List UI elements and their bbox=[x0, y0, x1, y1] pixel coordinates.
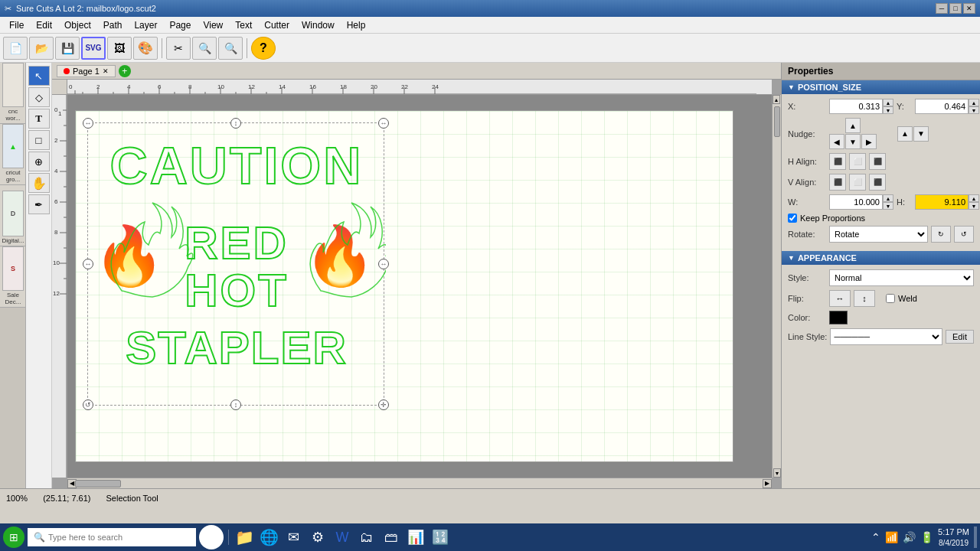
vscroll-down-btn[interactable]: ▼ bbox=[773, 468, 781, 478]
menu-view[interactable]: View bbox=[197, 18, 229, 32]
taskbar-settings[interactable]: ⚙ bbox=[307, 527, 328, 548]
flip-v-button[interactable]: ↕ bbox=[854, 290, 875, 307]
clock[interactable]: 5:17 PM 8/4/2019 bbox=[938, 527, 969, 547]
shape-tool[interactable]: □ bbox=[28, 130, 50, 150]
select-tool[interactable]: ↖ bbox=[28, 66, 50, 86]
minimize-button[interactable]: ─ bbox=[936, 3, 948, 14]
handle-tr[interactable]: ↔ bbox=[378, 118, 389, 129]
trace-button[interactable]: 🎨 bbox=[133, 37, 158, 60]
w-spin-up[interactable]: ▲ bbox=[883, 194, 893, 202]
nudge-down-2[interactable]: ▼ bbox=[913, 126, 929, 142]
nudge-right[interactable]: ▶ bbox=[861, 134, 877, 149]
cut-button[interactable]: ✂ bbox=[166, 37, 191, 60]
menu-text[interactable]: Text bbox=[229, 18, 258, 32]
h-align-left[interactable]: ⬛ bbox=[829, 153, 846, 170]
appearance-header[interactable]: ▼ APPEARANCE bbox=[782, 251, 980, 265]
y-spin-down[interactable]: ▼ bbox=[969, 106, 979, 114]
rotate-ccw[interactable]: ↺ bbox=[954, 226, 974, 243]
taskbar-file-explorer[interactable]: 📁 bbox=[234, 527, 255, 548]
h-align-center[interactable]: ⬜ bbox=[849, 153, 866, 170]
rotate-select[interactable]: Rotate bbox=[829, 226, 928, 243]
sidebar-thumb-digital[interactable]: D Digital... bbox=[0, 185, 26, 246]
h-spin-down[interactable]: ▼ bbox=[969, 202, 979, 210]
vertical-scrollbar[interactable]: ▲ ▼ bbox=[772, 95, 781, 478]
x-spin-up[interactable]: ▲ bbox=[883, 99, 893, 106]
pan-tool[interactable]: ✋ bbox=[28, 173, 50, 193]
v-align-bottom[interactable]: ⬛ bbox=[869, 174, 886, 191]
node-tool[interactable]: ◇ bbox=[28, 87, 50, 107]
rotate-cw[interactable]: ↻ bbox=[931, 226, 951, 243]
nudge-down[interactable]: ▼ bbox=[845, 134, 861, 149]
new-button[interactable]: 📄 bbox=[3, 37, 28, 60]
position-size-header[interactable]: ▼ POSITION_SIZE bbox=[782, 80, 980, 94]
w-spin-down[interactable]: ▼ bbox=[883, 202, 893, 210]
handle-bl[interactable]: ↺ bbox=[83, 399, 93, 410]
preview-button[interactable]: 🔍 bbox=[192, 37, 217, 60]
menu-help[interactable]: Help bbox=[341, 18, 372, 32]
edit-line-style-button[interactable]: Edit bbox=[946, 330, 974, 344]
keep-proportions-checkbox[interactable] bbox=[788, 214, 797, 223]
hscroll-right-btn[interactable]: ▶ bbox=[763, 479, 772, 488]
nudge-left[interactable]: ◀ bbox=[829, 134, 844, 149]
nudge-up[interactable]: ▲ bbox=[845, 118, 861, 133]
menu-window[interactable]: Window bbox=[296, 18, 341, 32]
line-style-select[interactable]: ────── bbox=[830, 328, 942, 345]
hscroll-thumb[interactable] bbox=[75, 480, 121, 487]
search-bar[interactable]: 🔍 bbox=[28, 528, 196, 546]
style-select[interactable]: Normal Thin Thick bbox=[829, 269, 974, 286]
handle-bm[interactable]: ↕ bbox=[230, 399, 241, 410]
page-tab-close[interactable]: ✕ bbox=[103, 67, 109, 75]
help-button[interactable]: ? bbox=[251, 37, 276, 60]
weld-checkbox[interactable] bbox=[886, 294, 895, 303]
sidebar-thumb-cricut[interactable]: ▲ cricut gro... bbox=[0, 124, 26, 185]
sidebar-thumb-cnc[interactable]: cnc wor... bbox=[0, 63, 26, 124]
svg-button[interactable]: SVG bbox=[81, 37, 106, 60]
menu-cutter[interactable]: Cutter bbox=[258, 18, 296, 32]
start-button[interactable]: ⊞ bbox=[3, 527, 24, 548]
handle-ml[interactable]: ↔ bbox=[83, 259, 93, 269]
menu-path[interactable]: Path bbox=[97, 18, 129, 32]
canvas-scroll[interactable]: ↔ ↕ ↔ ↔ ↔ ↺ ↕ ✛ CAUTION bbox=[67, 95, 772, 478]
text-tool[interactable]: T bbox=[28, 109, 50, 129]
handle-tl[interactable]: ↔ bbox=[83, 118, 93, 129]
add-page-button[interactable]: + bbox=[119, 65, 131, 77]
taskbar-mail[interactable]: ✉ bbox=[283, 527, 304, 548]
h-align-right[interactable]: ⬛ bbox=[869, 153, 886, 170]
nudge-up-2[interactable]: ▲ bbox=[897, 126, 913, 142]
taskbar-word[interactable]: W bbox=[332, 527, 353, 548]
menu-layer[interactable]: Layer bbox=[128, 18, 163, 32]
y-input[interactable] bbox=[915, 99, 969, 114]
taskbar-app1[interactable]: 🗂 bbox=[356, 527, 377, 548]
zoom-tool[interactable]: ⊕ bbox=[28, 152, 50, 171]
handle-tm[interactable]: ↕ bbox=[230, 118, 241, 129]
horizontal-scrollbar[interactable]: ◀ ▶ bbox=[67, 478, 772, 488]
handle-mr[interactable]: ↔ bbox=[378, 259, 389, 269]
taskbar-chrome[interactable]: 🌐 bbox=[258, 527, 279, 548]
sys-tray-battery[interactable]: 🔋 bbox=[920, 531, 933, 543]
maximize-button[interactable]: □ bbox=[949, 3, 962, 14]
draw-tool[interactable]: ✒ bbox=[28, 194, 50, 214]
vscroll-up-btn[interactable]: ▲ bbox=[773, 95, 780, 104]
menu-edit[interactable]: Edit bbox=[30, 18, 58, 32]
menu-file[interactable]: File bbox=[3, 18, 30, 32]
v-align-top[interactable]: ⬛ bbox=[829, 174, 846, 191]
handle-br[interactable]: ✛ bbox=[378, 399, 389, 410]
titlebar-controls[interactable]: ─ □ ✕ bbox=[936, 3, 975, 14]
menu-page[interactable]: Page bbox=[163, 18, 197, 32]
canvas-container[interactable]: Page 1 ✕ + 0 2 4 6 bbox=[52, 63, 781, 488]
y-spin-up[interactable]: ▲ bbox=[969, 99, 979, 106]
taskbar-app4[interactable]: 🔢 bbox=[430, 527, 451, 548]
taskbar-app3[interactable]: 📊 bbox=[405, 527, 426, 548]
color-swatch[interactable] bbox=[829, 311, 848, 324]
sidebar-thumb-sale[interactable]: S Sale Dec... bbox=[0, 246, 26, 308]
v-align-middle[interactable]: ⬜ bbox=[849, 174, 866, 191]
close-button[interactable]: ✕ bbox=[963, 3, 975, 14]
show-desktop-button[interactable] bbox=[974, 527, 977, 548]
vscroll-thumb[interactable] bbox=[774, 106, 780, 137]
w-input[interactable] bbox=[829, 194, 883, 210]
search-input[interactable] bbox=[48, 533, 171, 542]
h-input[interactable] bbox=[915, 194, 969, 210]
menu-object[interactable]: Object bbox=[58, 18, 97, 32]
sys-tray-up-arrow[interactable]: ⌃ bbox=[871, 531, 880, 543]
sys-tray-volume[interactable]: 🔊 bbox=[903, 531, 916, 543]
